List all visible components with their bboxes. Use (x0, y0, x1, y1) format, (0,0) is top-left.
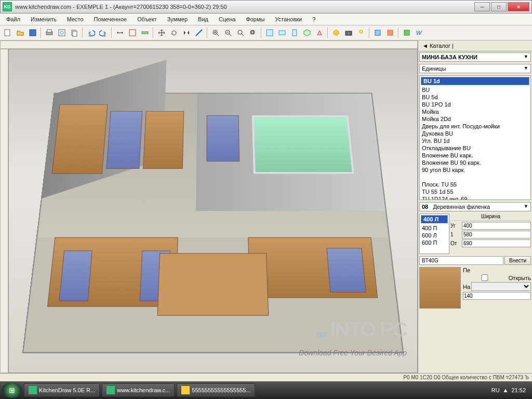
menu-file[interactable]: Файл (2, 15, 24, 24)
zoomout-icon[interactable] (222, 27, 234, 38)
units-select[interactable]: Единицы▼ (419, 64, 531, 73)
zoomfit-icon[interactable] (235, 27, 246, 38)
items-listbox[interactable]: BU 1dBUBU 5dBU 1PO 1dМойкаМойка 2DdДверь… (419, 75, 531, 200)
list-item[interactable]: 90 угол BU карк. (420, 166, 530, 174)
mirror-icon[interactable] (181, 27, 192, 38)
catalog-select[interactable]: МИНИ-БАЗА КУХНИ ▼ (419, 52, 531, 62)
tool2-icon[interactable] (384, 27, 396, 38)
menu-edit[interactable]: Изменить (26, 15, 61, 24)
menu-help[interactable]: ? (308, 15, 320, 24)
view-side-icon[interactable] (289, 27, 300, 38)
code-field[interactable]: BT40G (419, 256, 503, 265)
apply-button[interactable]: Внести (504, 256, 531, 265)
list-item[interactable] (420, 174, 530, 181)
menu-settings[interactable]: Установки (271, 15, 306, 24)
open-checkbox[interactable]: Открыть (463, 274, 531, 281)
view3d-icon[interactable] (301, 27, 313, 38)
svg-rect-14 (251, 31, 254, 33)
snap-icon[interactable] (139, 27, 151, 38)
taskbar: ⊞ KitchenDraw 5.0E R... www.kitchendraw.… (0, 381, 532, 399)
prop-ot-label: От (450, 241, 461, 246)
viewport-3d[interactable]: GET INTO PC Download Free Your Desired A… (8, 49, 418, 373)
light-icon[interactable] (355, 27, 367, 38)
prop-ot-input[interactable] (462, 240, 531, 247)
menu-forms[interactable]: Формы (242, 15, 269, 24)
list-item[interactable]: BU 1PO 1d (420, 101, 530, 108)
size-item[interactable]: 600 Л (420, 232, 449, 239)
list-item[interactable]: TU 1D124 инт. 69 (420, 195, 530, 200)
view-front-icon[interactable] (276, 27, 288, 38)
open-icon[interactable] (15, 27, 26, 38)
grid-icon[interactable] (127, 27, 138, 38)
na-select[interactable] (471, 282, 531, 291)
row-select[interactable]: 08 Деревянная филенка▼ (419, 202, 531, 211)
list-item[interactable]: BU 1d (421, 77, 529, 85)
save-icon[interactable] (27, 27, 38, 38)
tray-lang[interactable]: RU (491, 387, 500, 393)
zoomwin-icon[interactable] (247, 27, 259, 38)
menu-view[interactable]: Вид (194, 15, 212, 24)
list-item[interactable]: Вложение BU 90 карк. (420, 159, 530, 166)
rotate-icon[interactable] (168, 27, 180, 38)
taskbar-item[interactable]: 55555555555555555... (177, 383, 255, 397)
list-item[interactable]: Откладывание BU (420, 144, 530, 152)
list-item[interactable]: Духовка BU (420, 130, 530, 137)
prop-1-input[interactable] (462, 231, 531, 238)
prop-ug-input[interactable] (462, 222, 531, 230)
sizes-listbox[interactable]: 400 Л400 П600 Л600 П (419, 214, 449, 254)
svg-point-12 (238, 30, 242, 34)
catalog-tab[interactable]: ◄ Каталог | (418, 41, 532, 51)
list-item[interactable]: BU 5d (420, 94, 530, 101)
undo-icon[interactable] (85, 27, 97, 38)
tool1-icon[interactable] (372, 27, 383, 38)
render-icon[interactable] (330, 27, 342, 38)
list-item[interactable]: TU 55 1d 55 (420, 188, 530, 195)
svg-rect-3 (47, 30, 51, 32)
list-item[interactable]: Дверь для инт. Посудо-мойки (420, 123, 530, 130)
move-icon[interactable] (156, 27, 167, 38)
system-tray[interactable]: RU ▲ 21:52 (491, 387, 530, 393)
copy-icon[interactable] (69, 27, 80, 38)
size-item[interactable]: 600 П (420, 239, 449, 246)
taskbar-item[interactable]: KitchenDraw 5.0E R... (24, 383, 100, 397)
redo-icon[interactable] (98, 27, 109, 38)
new-icon[interactable] (2, 27, 14, 38)
preview-icon[interactable] (56, 27, 68, 38)
view-persp-icon[interactable] (314, 27, 325, 38)
list-item[interactable]: Плоск. TU 55 (420, 181, 530, 188)
svg-rect-16 (279, 31, 285, 35)
ruler-horizontal (0, 41, 418, 49)
list-item[interactable]: BU (420, 86, 530, 94)
zoomin-icon[interactable] (210, 27, 221, 38)
menu-zoom[interactable]: Зуммер (163, 15, 192, 24)
svg-point-21 (360, 30, 363, 33)
val-input[interactable] (463, 292, 531, 300)
list-item[interactable]: Мойка 2Dd (420, 115, 530, 123)
web-icon[interactable]: W (414, 27, 425, 38)
taskbar-item[interactable]: www.kitchendraw.c... (102, 383, 175, 397)
download-text: Download Free Your Desired App (299, 349, 407, 357)
start-button[interactable]: ⊞ (2, 382, 22, 398)
size-item[interactable]: 400 П (420, 224, 449, 232)
toolbar: W (0, 25, 532, 41)
list-item[interactable]: Вложение BU карк. (420, 152, 530, 159)
measure-icon[interactable] (193, 27, 205, 38)
menu-marked[interactable]: Помеченное (90, 15, 131, 24)
tray-icon[interactable]: ▲ (503, 387, 509, 393)
close-button[interactable]: ✕ (508, 2, 529, 11)
svg-rect-9 (142, 32, 148, 34)
print-icon[interactable] (44, 27, 55, 38)
catalog-icon[interactable] (401, 27, 413, 38)
view2d-icon[interactable] (264, 27, 275, 38)
camera-icon[interactable] (343, 27, 354, 38)
list-item[interactable]: Мойка (420, 108, 530, 115)
svg-rect-22 (375, 30, 380, 35)
menu-object[interactable]: Объект (133, 15, 161, 24)
dim-icon[interactable] (114, 27, 126, 38)
maximize-button[interactable]: □ (491, 2, 507, 11)
minimize-button[interactable]: ─ (474, 2, 490, 11)
menu-scene[interactable]: Сцена (215, 15, 240, 24)
size-item[interactable]: 400 Л (421, 215, 448, 223)
menu-place[interactable]: Место (63, 15, 88, 24)
list-item[interactable]: Угл. BU 1d (420, 137, 530, 144)
